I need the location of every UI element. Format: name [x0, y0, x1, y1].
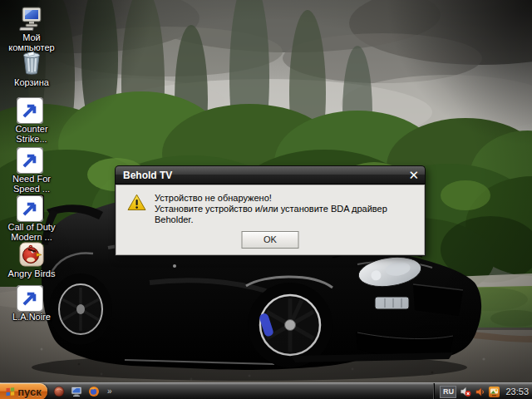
desktop-icon-my-computer[interactable]: Мой компьютер — [2, 5, 62, 52]
counter-strike-icon — [18, 96, 45, 123]
shortcut-arrow-icon — [17, 147, 43, 174]
start-button-label: пуск — [17, 386, 42, 398]
system-tray: RU 23:53 — [434, 383, 529, 399]
desktop-icon-label: Angry Birds — [2, 268, 62, 278]
quick-launch-browser-icon[interactable] — [53, 386, 65, 397]
dialog-title-bar[interactable]: Behold TV ✕ — [115, 165, 426, 184]
language-indicator[interactable]: RU — [440, 386, 456, 398]
shortcut-arrow-icon — [17, 195, 43, 222]
my-computer-icon — [18, 5, 45, 32]
windows-flag-icon — [6, 387, 15, 397]
desktop-icon-call-of-duty[interactable]: 2 Call of Duty Modern ... — [2, 195, 62, 242]
quick-launch-monitor-icon[interactable] — [71, 386, 82, 397]
desktop: Мой компьютер Корзина — [0, 0, 532, 399]
desktop-icon-label: Call of Duty Modern ... — [2, 222, 62, 242]
ok-button[interactable]: OK — [242, 231, 299, 249]
taskbar: пуск » — [0, 382, 532, 399]
desktop-icon-label: Корзина — [2, 77, 62, 87]
behold-tv-tray-icon[interactable] — [489, 387, 500, 397]
desktop-icon-label: L.A.Noire — [2, 312, 62, 322]
la-noire-icon — [18, 284, 45, 311]
dialog-body: Устройство не обнаружено! Установите уст… — [115, 184, 426, 256]
desktop-icon-la-noire[interactable]: L.A.Noire — [2, 284, 62, 322]
start-button[interactable]: пуск — [0, 383, 47, 399]
dialog-message-line2: Установите устройство и/или установите B… — [155, 204, 425, 225]
dialog-message-line1: Устройство не обнаружено! — [155, 193, 425, 204]
warning-icon — [127, 194, 146, 211]
desktop-icon-angry-birds[interactable]: Angry Birds — [2, 241, 62, 278]
shortcut-arrow-icon — [17, 285, 43, 312]
desktop-icon-label: Counter Strike... — [2, 124, 62, 144]
quick-launch-bar: » — [53, 383, 112, 399]
volume-muted-icon[interactable] — [460, 386, 471, 397]
quick-launch-overflow-chevron[interactable]: » — [107, 383, 112, 399]
recycle-bin-icon — [18, 50, 45, 76]
shortcut-arrow-icon — [17, 97, 43, 124]
quick-launch-firefox-icon[interactable] — [88, 386, 100, 397]
need-for-speed-icon — [18, 146, 45, 173]
dialog-title: Behold TV — [123, 170, 172, 181]
desktop-icon-need-for-speed[interactable]: Need For Speed ... — [2, 146, 62, 194]
desktop-icon-counter-strike[interactable]: Counter Strike... — [2, 96, 62, 144]
behold-tv-dialog: Behold TV ✕ Устройство не обнаружено! Ус… — [115, 165, 426, 255]
angry-birds-icon — [18, 241, 45, 268]
desktop-icon-label: Need For Speed ... — [2, 174, 62, 194]
close-icon[interactable]: ✕ — [408, 166, 419, 185]
tray-clock[interactable]: 23:53 — [505, 387, 529, 397]
desktop-icon-recycle-bin[interactable]: Корзина — [2, 50, 62, 87]
call-of-duty-icon: 2 — [18, 195, 45, 221]
speaker-icon[interactable] — [475, 387, 485, 397]
